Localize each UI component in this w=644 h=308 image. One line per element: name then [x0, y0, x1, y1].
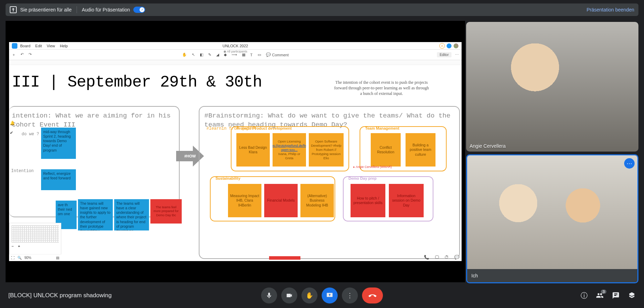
- sticky-note[interactable]: mid-way through Sprint 2, heading toward…: [41, 128, 76, 159]
- frame-tool-icon[interactable]: ▭: [258, 52, 261, 57]
- sticky-note[interactable]: Information session on Demo Day: [389, 184, 424, 217]
- sticky-note[interactable]: Open Software Development? #help from Ro…: [309, 133, 344, 167]
- section-heading: III | September 29th & 30th: [12, 73, 262, 91]
- end-call-button[interactable]: [362, 287, 383, 303]
- divider: [77, 6, 77, 13]
- group-label: Demo Day prep: [348, 176, 377, 180]
- eraser-tool-icon[interactable]: ◧: [200, 52, 203, 57]
- sticky-tool-icon[interactable]: ▦: [242, 52, 245, 57]
- sticky-note[interactable]: Conflict Resolution: [371, 133, 401, 167]
- video-panel: Angie Cervellera ⋯ Ich: [466, 22, 638, 286]
- stop-presenting-button[interactable]: Präsentation beenden: [587, 7, 634, 13]
- video-placeholder: [466, 22, 638, 152]
- comment-button[interactable]: 💬 Comment: [266, 52, 289, 57]
- undo-icon[interactable]: ↶: [21, 52, 24, 57]
- fit-icon[interactable]: ⛶: [11, 256, 15, 260]
- zoom-in-icon[interactable]: +: [18, 244, 20, 248]
- chat-button[interactable]: [612, 292, 620, 299]
- layers-icon[interactable]: ▤: [56, 256, 59, 260]
- hand-tool-icon[interactable]: ✋: [182, 52, 187, 57]
- info-icon[interactable]: ⓘ: [581, 291, 588, 300]
- sticky-note-partial[interactable]: [269, 256, 300, 260]
- phone-icon[interactable]: 📞: [424, 255, 429, 260]
- pointer-tool-icon[interactable]: ↖: [192, 52, 195, 57]
- menu-edit[interactable]: Edit: [35, 44, 42, 48]
- zoom-out-icon[interactable]: −: [11, 244, 14, 248]
- intention-label: Intention: [11, 169, 34, 173]
- left-tool-rail: 🔔 ✔: [10, 121, 15, 135]
- timer-icon[interactable]: ⏱: [445, 255, 449, 260]
- participant-video-tile[interactable]: Angie Cervellera: [466, 22, 638, 152]
- group-label: Sustainability: [215, 176, 241, 180]
- pen-tool-icon[interactable]: ✎: [208, 52, 211, 57]
- meeting-bottom-bar: [BLOCK] UNLOCK program shadowing ✋ ⋮ ⓘ 3: [0, 283, 644, 308]
- menu-board[interactable]: Board: [20, 44, 30, 48]
- remote-cursor-label: ▸ Angie Cervellera (WMAR): [353, 165, 392, 169]
- tile-more-icon[interactable]: ⋯: [624, 158, 635, 169]
- highlighter-tool-icon[interactable]: ◢: [216, 52, 219, 57]
- sticky-note[interactable]: Building a positive team culture: [406, 133, 435, 167]
- link-text[interactable]: https://prototypefund.de/freie-open-sou.…: [273, 144, 306, 152]
- zoom-slider-row: − +: [11, 244, 59, 248]
- mode-editor-badge[interactable]: Editor: [437, 52, 451, 57]
- app-menu-bar: Board Edit View Help UNLOCK 2022 A: [9, 42, 462, 50]
- connector-tool-icon[interactable]: ⟶: [231, 52, 237, 57]
- sticky-note[interactable]: The teams feel more prepared for Demo Da…: [150, 199, 182, 224]
- sticky-note[interactable]: Open Licensing https://prototypefund.de/…: [273, 133, 306, 167]
- display-icon[interactable]: 🖵: [435, 255, 439, 260]
- participant-avatars[interactable]: A: [439, 43, 459, 49]
- menu-view[interactable]: View: [47, 44, 55, 48]
- group-label: Team Management: [364, 126, 400, 130]
- raise-hand-button[interactable]: ✋: [301, 287, 317, 303]
- search-zoom-icon[interactable]: 🔍: [17, 256, 22, 260]
- sticky-note[interactable]: (Alternative) Business Modeling IHB: [300, 184, 334, 217]
- participant-count-badge: 3: [601, 290, 606, 294]
- activities-button[interactable]: [628, 292, 636, 299]
- meeting-title: [BLOCK] UNLOCK program shadowing: [8, 292, 112, 299]
- mic-button[interactable]: [261, 287, 277, 303]
- share-screen-icon: [10, 6, 17, 13]
- right-actions: ⓘ 3: [581, 291, 636, 300]
- group-sustainability: Sustainability Measuring Impact IHB, Cla…: [210, 176, 335, 221]
- avatar-a-icon: A: [439, 43, 445, 49]
- avatar-photo-icon: [453, 43, 459, 49]
- sticky-note[interactable]: Reflect, energize and feed forward: [41, 169, 76, 190]
- self-video-tile[interactable]: ⋯ Ich: [466, 154, 638, 283]
- ruler: [9, 60, 462, 65]
- app-logo-icon: [12, 43, 17, 49]
- canvas-bottom-icons: 📞 🖵 ⏱ 💬: [424, 255, 460, 260]
- more-icon[interactable]: ⋯: [455, 52, 459, 57]
- camera-button[interactable]: [281, 287, 297, 303]
- menu-help[interactable]: Help: [60, 44, 68, 48]
- zoom-value: 90%: [24, 256, 31, 260]
- sticky-note[interactable]: Measuring Impact IHB, Clara IHBerlin: [228, 184, 261, 217]
- group-project-product: Project / Product development Less Bad D…: [231, 126, 349, 171]
- avatar-icon: [446, 43, 452, 49]
- add-icon[interactable]: ＋: [12, 52, 16, 57]
- minimap-preview: [11, 225, 59, 243]
- board-title: UNLOCK 2022: [222, 44, 248, 48]
- canvas[interactable]: III | September 29th & 30th The intentio…: [9, 65, 462, 261]
- intention-box-heading: intention: What we are aiming for in his…: [12, 112, 174, 129]
- chat-icon[interactable]: 💬: [454, 255, 460, 260]
- group-demo-day: Demo Day prep How to pitch / presentatio…: [343, 176, 433, 221]
- present-button[interactable]: [322, 287, 338, 303]
- audio-toggle[interactable]: ✓: [133, 7, 145, 13]
- participant-name: Angie Cervellera: [470, 143, 506, 149]
- self-name: Ich: [471, 273, 478, 278]
- text-tool-icon[interactable]: T: [250, 53, 253, 57]
- more-options-button[interactable]: ⋮: [342, 287, 358, 303]
- shape-tool-icon[interactable]: ◆: [224, 52, 227, 57]
- people-button[interactable]: 3: [596, 292, 604, 299]
- sticky-note[interactable]: Less Bad Design Klara: [236, 133, 270, 167]
- sticky-note[interactable]: The teams will have a clear understandin…: [114, 199, 149, 230]
- shared-slide: Board Edit View Help UNLOCK 2022 A ◉ All…: [9, 42, 462, 261]
- sticky-note[interactable]: The teams will have gained new insights …: [78, 199, 113, 230]
- app-toolbar: ＋ ↶ ↷ ✋ ↖ ◧ ✎ ◢ ◆ ⟶ ▦ T ▭ 💬 Comment Edit…: [9, 50, 462, 60]
- redo-icon[interactable]: ↷: [29, 52, 32, 57]
- bell-icon[interactable]: 🔔: [10, 121, 15, 125]
- check-icon[interactable]: ✔: [10, 130, 15, 135]
- sticky-note[interactable]: How to pitch / presentation skills: [351, 184, 385, 217]
- brainstorm-box: #Brainstorming: What do we want to give …: [199, 106, 460, 259]
- sticky-note[interactable]: Financial Models: [264, 184, 298, 217]
